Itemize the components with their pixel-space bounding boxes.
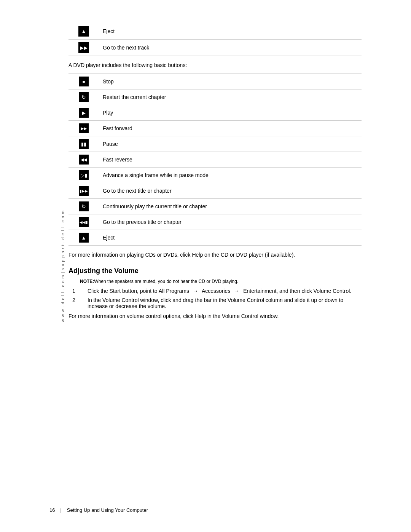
page-number: 16 <box>49 507 55 513</box>
more-info-volume: For more information on volume control o… <box>68 313 362 319</box>
note-content: When the speakers are muted, you do not … <box>94 279 238 284</box>
fast-forward-label: Fast forward <box>99 121 362 136</box>
play-label: Play <box>99 105 362 121</box>
list-item: 2 In the Volume Control window, click an… <box>80 297 362 309</box>
prev-title-icon: ◀◀▮ <box>79 217 89 227</box>
fast-reverse-icon: ◀◀ <box>79 155 89 165</box>
next-title-icon: ▮▶▶ <box>79 186 89 196</box>
restart-chapter-label: Restart the current chapter <box>99 89 362 105</box>
table-row: ▮▮ Pause <box>68 136 362 152</box>
step-1-rest: Entertainment, and then click Volume Con… <box>243 288 351 294</box>
footer-separator: | <box>60 507 61 513</box>
table-row: ↻ Restart the current chapter <box>68 89 362 105</box>
table-row: ▲ Eject <box>68 23 362 40</box>
table-row: ▲ Eject <box>68 230 362 246</box>
footer: 16 | Setting Up and Using Your Computer <box>49 507 388 513</box>
advance-frame-icon: ▷▮ <box>79 170 89 180</box>
next-track-icon: ▶▶ <box>78 42 89 53</box>
note-label: NOTE: <box>80 279 94 284</box>
stop-icon: ■ <box>79 77 89 86</box>
cd-buttons-table: ▲ Eject ▶▶ Go to the next track <box>68 23 362 56</box>
pause-label: Pause <box>99 136 362 152</box>
next-track-label: Go to the next track <box>99 40 362 56</box>
advance-frame-label: Advance a single frame while in pause mo… <box>99 168 362 183</box>
note-text: NOTE:When the speakers are muted, you do… <box>80 279 362 284</box>
eject-label: Eject <box>99 23 362 40</box>
steps-list: 1 Click the Start button, point to All P… <box>80 288 362 309</box>
play-icon: ▶ <box>79 108 89 118</box>
sidebar-label: w w w . d e l l . c o m | s u p p o r t … <box>61 210 65 322</box>
footer-text: Setting Up and Using Your Computer <box>67 507 148 513</box>
arrow1-icon: → <box>193 288 198 294</box>
more-info-cd: For more information on playing CDs or D… <box>68 252 362 258</box>
table-row: ↻ Continuously play the current title or… <box>68 199 362 214</box>
eject2-icon: ▲ <box>79 233 89 243</box>
list-item: 1 Click the Start button, point to All P… <box>80 288 362 294</box>
table-row: ▶ Play <box>68 105 362 121</box>
table-row: ◀◀ Fast reverse <box>68 152 362 168</box>
table-row: ▶▶ Go to the next track <box>68 40 362 56</box>
step-1-text: Click the Start button, point to All Pro… <box>88 288 189 294</box>
table-row: ■ Stop <box>68 74 362 89</box>
step-2-text: In the Volume Control window, click and … <box>88 297 343 309</box>
table-row: ▷▮ Advance a single frame while in pause… <box>68 168 362 183</box>
prev-title-label: Go to the previous title or chapter <box>99 214 362 230</box>
dvd-buttons-table: ■ Stop ↻ Restart the current chapter <box>68 73 362 246</box>
stop-label: Stop <box>99 74 362 89</box>
table-row: ▮▶▶ Go to the next title or chapter <box>68 183 362 199</box>
arrow2-icon: → <box>234 288 239 294</box>
fast-reverse-label: Fast reverse <box>99 152 362 168</box>
eject2-label: Eject <box>99 230 362 246</box>
step-num: 2 <box>72 297 75 303</box>
table-row: ▶▶ Fast forward <box>68 121 362 136</box>
step-num: 1 <box>72 288 75 294</box>
step-1-accessories: Accessories <box>202 288 230 294</box>
fast-forward-icon: ▶▶ <box>79 123 89 133</box>
table-row: ◀◀▮ Go to the previous title or chapter <box>68 214 362 230</box>
pause-icon: ▮▮ <box>79 139 89 149</box>
section-heading: Adjusting the Volume <box>68 267 362 275</box>
eject-icon: ▲ <box>78 26 89 37</box>
loop-label: Continuously play the current title or c… <box>99 199 362 214</box>
loop-icon: ↻ <box>79 201 89 211</box>
dvd-intro-text: A DVD player includes the following basi… <box>68 62 362 68</box>
next-title-label: Go to the next title or chapter <box>99 183 362 199</box>
restart-chapter-icon: ↻ <box>79 92 89 102</box>
